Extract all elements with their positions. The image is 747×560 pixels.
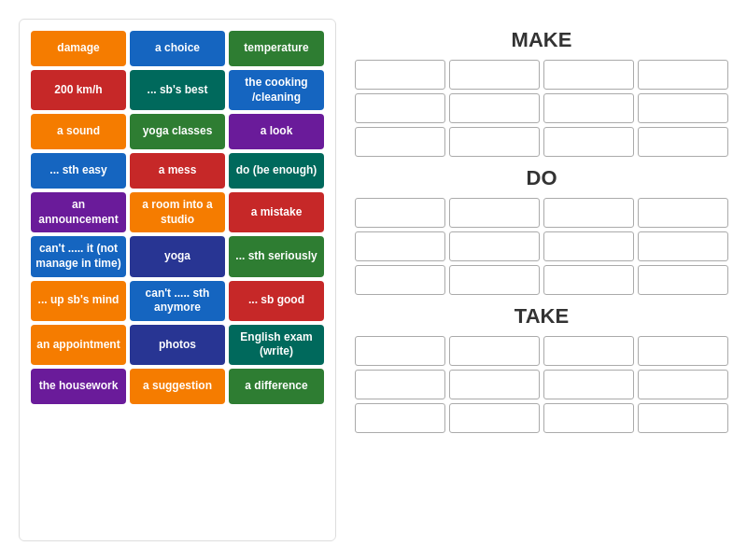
drop-box-do-11[interactable] <box>638 265 728 295</box>
drop-box-make-0[interactable] <box>355 60 445 90</box>
word-tile-9[interactable]: ... sth easy <box>31 153 126 189</box>
drop-grid-do <box>355 198 728 295</box>
word-tile-8[interactable]: a look <box>229 114 324 149</box>
drop-box-do-10[interactable] <box>543 265 634 295</box>
drop-box-do-6[interactable] <box>543 231 634 261</box>
word-tile-4[interactable]: ... sb's best <box>130 70 225 110</box>
word-tile-11[interactable]: do (be enough) <box>229 153 324 189</box>
drop-box-take-8[interactable] <box>355 403 445 433</box>
word-tile-10[interactable]: a mess <box>130 153 225 189</box>
section-title-take: TAKE <box>355 304 728 329</box>
drop-box-make-1[interactable] <box>449 60 540 90</box>
word-tile-0[interactable]: damage <box>31 31 126 66</box>
word-tile-3[interactable]: 200 km/h <box>31 70 126 110</box>
word-tile-17[interactable]: ... sth seriously <box>229 236 324 276</box>
word-tile-2[interactable]: temperature <box>229 31 324 66</box>
drop-box-take-6[interactable] <box>543 370 634 399</box>
drop-box-do-3[interactable] <box>638 198 728 228</box>
word-tile-6[interactable]: a sound <box>31 114 126 149</box>
drop-box-take-4[interactable] <box>355 370 445 399</box>
drop-box-make-8[interactable] <box>355 127 445 157</box>
word-tile-12[interactable]: an announcement <box>31 192 126 232</box>
drop-box-make-7[interactable] <box>638 93 728 123</box>
word-tile-20[interactable]: ... sb good <box>229 281 324 321</box>
word-tile-18[interactable]: ... up sb's mind <box>31 281 126 321</box>
word-tile-26[interactable]: a difference <box>229 369 324 404</box>
drop-box-take-0[interactable] <box>355 336 445 366</box>
word-tile-23[interactable]: English exam (write) <box>229 325 324 365</box>
drop-box-make-3[interactable] <box>638 60 728 90</box>
word-tile-19[interactable]: can't ..... sth anymore <box>130 281 225 321</box>
drop-box-do-0[interactable] <box>355 198 445 228</box>
word-tile-24[interactable]: the housework <box>31 369 126 404</box>
word-tile-21[interactable]: an appointment <box>31 325 126 365</box>
drop-box-do-5[interactable] <box>449 231 540 261</box>
drop-box-do-9[interactable] <box>449 265 540 295</box>
drop-box-take-2[interactable] <box>543 336 634 366</box>
drop-box-make-10[interactable] <box>543 127 634 157</box>
drop-box-do-4[interactable] <box>355 231 445 261</box>
section-title-make: MAKE <box>355 28 728 52</box>
section-do: DO <box>355 166 728 295</box>
drop-box-take-7[interactable] <box>638 370 728 399</box>
drop-box-take-9[interactable] <box>449 403 540 433</box>
word-tile-22[interactable]: photos <box>130 325 225 365</box>
word-tile-25[interactable]: a suggestion <box>130 369 225 404</box>
drop-box-take-11[interactable] <box>638 403 728 433</box>
section-title-do: DO <box>355 166 728 190</box>
word-tile-14[interactable]: a mistake <box>229 192 324 232</box>
drop-box-make-9[interactable] <box>449 127 540 157</box>
drop-box-do-1[interactable] <box>449 198 540 228</box>
word-tile-16[interactable]: yoga <box>130 236 225 276</box>
drop-box-do-8[interactable] <box>355 265 445 295</box>
section-make: MAKE <box>355 28 728 157</box>
drop-grid-take <box>355 336 728 433</box>
drop-box-make-5[interactable] <box>449 93 540 123</box>
word-tile-15[interactable]: can't ..... it (not manage in time) <box>31 236 126 276</box>
word-tiles-panel: damagea choicetemperature200 km/h... sb'… <box>19 19 336 541</box>
drop-zones-panel: MAKEDOTAKE <box>355 19 728 541</box>
drop-grid-make <box>355 60 728 157</box>
word-tile-1[interactable]: a choice <box>130 31 225 66</box>
drop-box-make-11[interactable] <box>638 127 728 157</box>
drop-box-make-4[interactable] <box>355 93 445 123</box>
section-take: TAKE <box>355 304 728 433</box>
drop-box-take-5[interactable] <box>449 370 540 399</box>
drop-box-take-10[interactable] <box>543 403 634 433</box>
word-tile-7[interactable]: yoga classes <box>130 114 225 149</box>
drop-box-do-2[interactable] <box>543 198 634 228</box>
drop-box-make-2[interactable] <box>543 60 634 90</box>
word-tile-13[interactable]: a room into a studio <box>130 192 225 232</box>
drop-box-take-3[interactable] <box>638 336 728 366</box>
drop-box-make-6[interactable] <box>543 93 634 123</box>
word-tile-5[interactable]: the cooking /cleaning <box>229 70 324 110</box>
drop-box-do-7[interactable] <box>638 231 728 261</box>
drop-box-take-1[interactable] <box>449 336 540 366</box>
